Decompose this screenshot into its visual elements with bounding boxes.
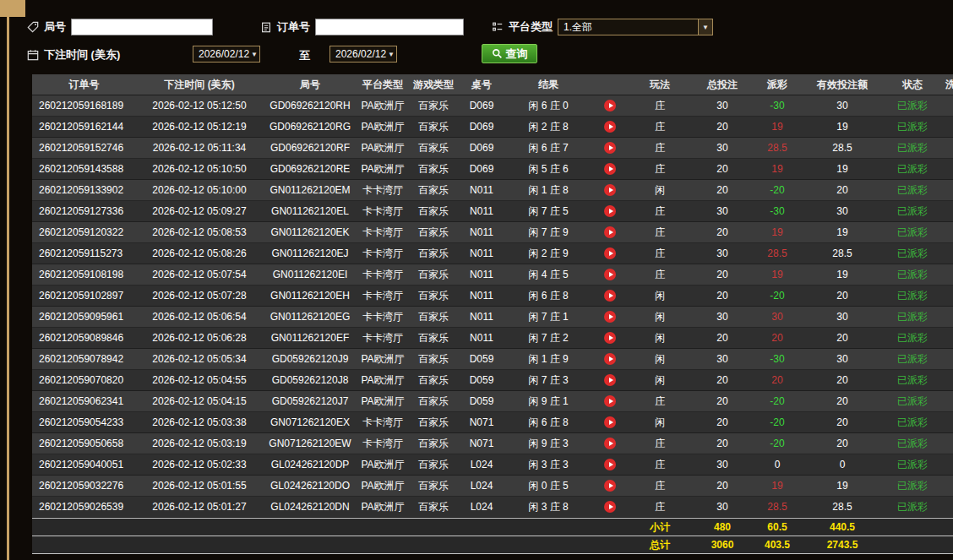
total-row-cell-table_no [459,536,504,553]
play-icon [609,209,613,214]
cell-game_type: 百家乐 [408,412,459,432]
total-row-cell-bet_type: 总计 [628,536,692,553]
cell-order_no: 260212059089846 [32,328,136,348]
query-button[interactable]: 查询 [482,44,537,63]
play-video-button[interactable] [604,269,616,280]
table-row: 2602120590506582026-02-12 05:03:19GN0712… [32,433,953,454]
cell-result: 闲 6 庄 8 [504,412,592,432]
cell-status: 已派彩 [883,222,942,242]
cell-game_no: GN071262120EX [263,412,357,432]
cell-payout: 19 [753,159,802,179]
play-video-button[interactable] [604,353,616,365]
cell-platform: PA欧洲厅 [357,95,408,116]
subtotal-row-cell-order_no [32,519,136,536]
game-no-filter: 局号 [27,18,213,36]
cell-bet_type: 闲 [628,349,692,369]
cell-bet_type: 闲 [628,307,692,327]
cell-total_bet: 20 [692,285,753,306]
play-video-button[interactable] [604,501,616,513]
order-no-input[interactable] [315,19,464,35]
play-video-button[interactable] [604,247,616,259]
play-icon [609,441,613,446]
play-video-button[interactable] [604,163,616,175]
cell-platform: 卡卡湾厅 [357,433,408,454]
play-video-button[interactable] [604,395,616,407]
play-icon [609,251,613,256]
column-header-bet_type: 玩法 [628,74,692,95]
play-video-button[interactable] [604,290,616,302]
cell-game_type: 百家乐 [408,497,459,517]
cell-game_type: 百家乐 [408,95,459,116]
play-video-button[interactable] [604,438,616,449]
play-video-button[interactable] [604,184,616,196]
table-row: 2602120591681892026-02-12 05:12:50GD0692… [32,95,953,117]
cell-valid_bet: 20 [802,328,883,348]
cell-table_no: D059 [459,349,504,369]
cell-extra [942,138,953,158]
cell-bet_type: 庄 [628,201,692,221]
cell-play [592,412,628,432]
play-video-button[interactable] [604,121,616,133]
cell-extra [942,307,953,327]
cell-extra [942,433,953,454]
play-video-button[interactable] [604,205,616,217]
cell-game_type: 百家乐 [408,349,459,369]
cell-valid_bet: 19 [802,476,883,496]
subtotal-row-cell-status [883,519,942,536]
play-video-button[interactable] [604,459,616,470]
date-from-select[interactable]: 2026/02/12 ▼ [193,46,260,63]
cell-status: 已派彩 [883,285,942,306]
cell-result: 闲 5 庄 6 [504,159,592,179]
play-video-button[interactable] [604,226,616,238]
play-video-button[interactable] [604,332,616,344]
cell-order_no: 260212059070820 [32,370,136,390]
cell-payout: 0 [753,454,802,475]
cell-extra [942,476,953,496]
chevron-down-icon: ▼ [698,19,712,35]
cell-valid_bet: 28.5 [802,497,883,517]
cell-status: 已派彩 [883,476,942,496]
cell-bet_type: 庄 [628,138,692,158]
play-video-button[interactable] [604,100,616,111]
play-video-button[interactable] [604,416,616,428]
cell-order_no: 260212059162144 [32,117,136,137]
play-icon [609,420,613,425]
cell-table_no: N011 [459,328,504,348]
cell-status: 已派彩 [883,117,942,137]
play-icon [609,230,613,235]
cell-valid_bet: 0 [802,454,883,475]
play-video-button[interactable] [604,311,616,323]
cell-game_type: 百家乐 [408,370,459,390]
cell-result: 闲 7 庄 9 [504,222,592,242]
cell-status: 已派彩 [883,454,942,475]
calendar-icon [27,49,39,61]
cell-game_no: GL024262120DP [263,454,357,475]
table-row: 2602120591081982026-02-12 05:07:54GN0112… [32,264,953,285]
cell-extra [942,264,953,285]
table-row: 2602120590789422026-02-12 05:05:34GD0592… [32,349,953,370]
query-button-label: 查询 [506,46,528,62]
date-to-select[interactable]: 2026/02/12 ▼ [329,46,397,63]
platform-type-select[interactable]: 1.全部 ▼ [558,19,713,35]
column-header-total_bet: 总投注 [692,74,753,95]
column-header-payout: 派彩 [753,74,802,95]
cell-platform: PA欧洲厅 [357,349,408,369]
cell-table_no: D069 [459,95,504,116]
cell-valid_bet: 30 [802,95,883,116]
cell-play [592,222,628,242]
play-video-button[interactable] [604,142,616,154]
play-video-button[interactable] [604,480,616,492]
cell-bet_time: 2026-02-12 05:08:26 [136,243,263,264]
cell-result: 闲 6 庄 0 [504,95,592,116]
cell-table_no: N071 [459,412,504,432]
order-no-filter: 订单号 [260,18,464,36]
play-icon [609,399,613,404]
cell-game_no: GN011262120EJ [263,243,357,264]
bet-time-label: 下注时间 (美东) [44,47,120,63]
cell-order_no: 260212059040051 [32,454,136,475]
cell-status: 已派彩 [883,264,942,285]
game-no-input[interactable] [71,19,213,35]
table-row: 2602120591273362026-02-12 05:09:27GN0112… [32,201,953,222]
play-video-button[interactable] [604,374,616,386]
cell-status: 已派彩 [883,95,942,116]
